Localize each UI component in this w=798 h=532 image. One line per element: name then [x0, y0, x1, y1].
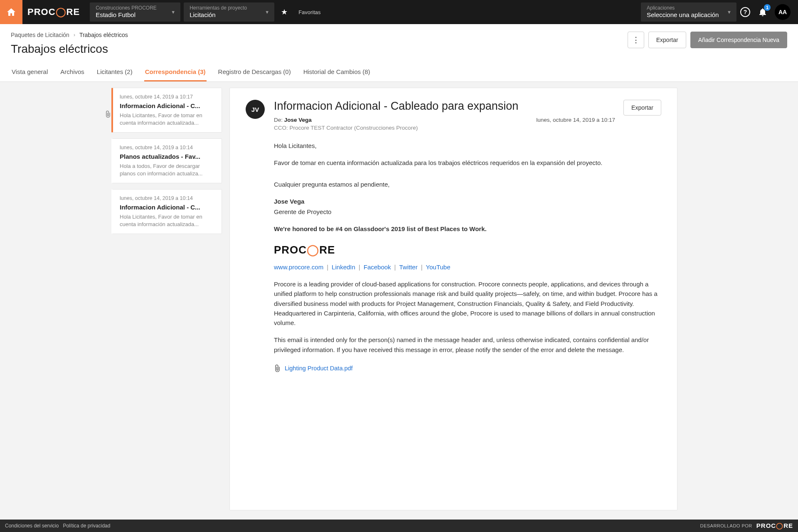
- message-detail: JV Informacion Adicional - Cableado para…: [229, 88, 677, 510]
- home-button[interactable]: [0, 0, 22, 24]
- apps-selector-value: Seleccione una aplicación: [647, 11, 721, 19]
- tool-selector[interactable]: Herramientas de proyecto Licitación ▼: [184, 2, 274, 22]
- footer-privacy-link[interactable]: Política de privacidad: [63, 523, 110, 529]
- apps-selector-label: Aplicaciones: [647, 5, 721, 11]
- chevron-down-icon: ▼: [727, 10, 732, 15]
- attachment-row: Lighting Product Data.pdf: [274, 364, 661, 373]
- app-logo: PROC◯RE: [22, 7, 88, 17]
- footer-powered-label: DESARROLLADO POR: [700, 523, 752, 528]
- signature-link[interactable]: YouTube: [426, 262, 451, 272]
- message-item-subject: Planos actualizados - Fav...: [120, 153, 215, 160]
- paperclip-icon: [274, 365, 281, 372]
- export-message-button[interactable]: Exportar: [623, 100, 661, 116]
- message-item-date: lunes, octubre 14, 2019 a 10:17: [120, 94, 215, 100]
- help-button[interactable]: ?: [738, 5, 752, 19]
- chevron-right-icon: ›: [74, 32, 75, 38]
- star-icon: ★: [281, 7, 288, 17]
- logo-dot-icon: ◯: [56, 7, 66, 17]
- content-area: lunes, octubre 14, 2019 a 10:17Informaci…: [0, 82, 798, 522]
- tab[interactable]: Vista general: [11, 63, 49, 81]
- signature-link[interactable]: Facebook: [364, 262, 391, 272]
- breadcrumb-current: Trabajos eléctricos: [79, 32, 128, 38]
- help-icon: ?: [740, 7, 750, 17]
- signature-logo: PROC◯RE: [274, 241, 661, 258]
- tab[interactable]: Registro de Descargas (0): [217, 63, 292, 81]
- breadcrumb: Paquetes de Licitación › Trabajos eléctr…: [11, 32, 128, 38]
- tool-selector-label: Herramientas de proyecto: [190, 5, 259, 11]
- add-correspondence-button[interactable]: Añadir Correspondencia Nueva: [690, 32, 787, 48]
- signature-name: Jose Vega: [274, 198, 304, 205]
- company-selector[interactable]: Construcciones PROCORE Estadio Futbol ▼: [90, 2, 180, 22]
- message-item-preview: Hola Licitantes, Favor de tomar en cuent…: [120, 213, 215, 228]
- message-item-subject: Informacion Adicional - C...: [120, 204, 215, 211]
- from-label: De:: [274, 117, 284, 123]
- user-avatar[interactable]: AA: [775, 4, 791, 20]
- from-name: Jose Vega: [284, 117, 312, 123]
- chevron-down-icon: ▼: [265, 10, 269, 15]
- page-title: Trabajos eléctricos: [11, 42, 128, 56]
- notifications-button[interactable]: 1: [756, 5, 770, 19]
- company-selector-value: Estadio Futbol: [96, 11, 165, 19]
- signature-links: www.procore.com|LinkedIn|Facebook|Twitte…: [274, 262, 661, 272]
- signature-link[interactable]: Twitter: [399, 262, 418, 272]
- signature-role: Gerente de Proyecto: [274, 207, 661, 217]
- tool-selector-value: Licitación: [190, 11, 259, 19]
- chevron-down-icon: ▼: [171, 10, 175, 15]
- favorites-link[interactable]: Favoritas: [293, 9, 326, 15]
- breadcrumb-root[interactable]: Paquetes de Licitación: [11, 32, 69, 38]
- message-item-date: lunes, octubre 14, 2019 a 10:14: [120, 145, 215, 150]
- signature-disclaimer: This email is intended only for the pers…: [274, 335, 661, 355]
- footer: Condiciones del servicio Política de pri…: [0, 520, 798, 532]
- favorite-button[interactable]: ★: [276, 7, 293, 17]
- message-item-preview: Hola a todos, Favor de descargar planos …: [120, 163, 215, 177]
- company-selector-label: Construcciones PROCORE: [96, 5, 165, 11]
- body-p2: Cualquier pregunta estamos al pendiente,: [274, 180, 661, 189]
- page-header: Paquetes de Licitación › Trabajos eléctr…: [0, 24, 798, 82]
- message-title: Informacion Adicional - Cableado para ex…: [274, 100, 615, 113]
- signature-link[interactable]: www.procore.com: [274, 262, 323, 272]
- tab[interactable]: Historial de Cambios (8): [303, 63, 371, 81]
- message-item-date: lunes, octubre 14, 2019 a 10:14: [120, 195, 215, 201]
- message-list-item[interactable]: lunes, octubre 14, 2019 a 10:14Planos ac…: [111, 138, 222, 183]
- signature-honor: We're honored to be #4 on Glassdoor's 20…: [274, 224, 661, 234]
- footer-terms-link[interactable]: Condiciones del servicio: [5, 523, 59, 529]
- tabs: Vista generalArchivosLicitantes (2)Corre…: [11, 63, 787, 81]
- logo-dot-icon: ◯: [776, 522, 783, 529]
- message-list-item[interactable]: lunes, octubre 14, 2019 a 10:17Informaci…: [111, 88, 222, 133]
- message-item-preview: Hola Licitantes, Favor de tomar en cuent…: [120, 112, 215, 126]
- message-list-item[interactable]: lunes, octubre 14, 2019 a 10:14Informaci…: [111, 189, 222, 234]
- message-date: lunes, octubre 14, 2019 a 10:17: [536, 117, 615, 123]
- cco-label: CCO:: [274, 125, 290, 131]
- attachment-link[interactable]: Lighting Product Data.pdf: [285, 364, 353, 373]
- tab[interactable]: Correspondencia (3): [144, 63, 207, 81]
- export-button[interactable]: Exportar: [648, 32, 686, 48]
- tab[interactable]: Archivos: [59, 63, 85, 81]
- paperclip-icon: [105, 111, 111, 118]
- signature-about: Procore is a leading provider of cloud-b…: [274, 279, 661, 328]
- notification-badge: 1: [764, 4, 771, 11]
- body-greeting: Hola Licitantes,: [274, 141, 661, 150]
- logo-dot-icon: ◯: [307, 241, 319, 258]
- home-icon: [7, 8, 15, 16]
- more-actions-button[interactable]: ⋮: [628, 32, 644, 48]
- tab[interactable]: Licitantes (2): [96, 63, 133, 81]
- cco-value: Procore TEST Contractor (Construcciones …: [290, 125, 418, 131]
- body-p1: Favor de tomar en cuenta información act…: [274, 158, 661, 167]
- message-item-subject: Informacion Adicional - C...: [120, 102, 215, 109]
- signature-link[interactable]: LinkedIn: [332, 262, 355, 272]
- topbar: PROC◯RE Construcciones PROCORE Estadio F…: [0, 0, 798, 24]
- sender-avatar: JV: [246, 100, 265, 119]
- footer-logo: PROC◯RE: [756, 522, 793, 530]
- message-list: lunes, octubre 14, 2019 a 10:17Informaci…: [111, 82, 222, 522]
- message-body: Hola Licitantes, Favor de tomar en cuent…: [274, 141, 661, 373]
- apps-selector[interactable]: Aplicaciones Seleccione una aplicación ▼: [641, 2, 736, 22]
